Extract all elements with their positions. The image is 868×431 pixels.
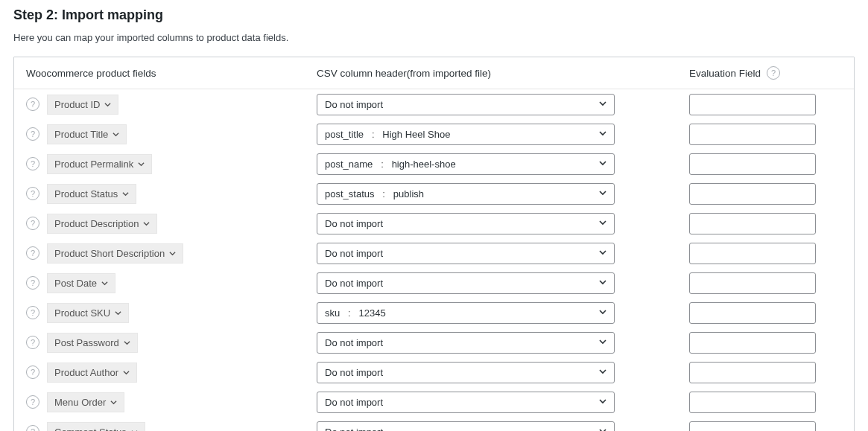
csv-cell: Do not import xyxy=(317,421,689,432)
csv-cell: Do not import xyxy=(317,362,689,383)
evaluation-input[interactable] xyxy=(689,124,816,145)
csv-select-value: Do not import xyxy=(317,362,615,383)
csv-select-value: Do not import xyxy=(317,272,615,294)
evaluation-input[interactable] xyxy=(689,153,816,175)
help-icon[interactable]: ? xyxy=(26,365,39,379)
csv-cell: post_name : high-heel-shoe xyxy=(317,153,689,175)
csv-select-value: post_name : high-heel-shoe xyxy=(317,153,615,175)
csv-column-select[interactable]: post_title : High Heel Shoe xyxy=(317,124,615,145)
field-cell: ?Menu Order xyxy=(26,392,317,412)
help-icon[interactable]: ? xyxy=(26,217,39,230)
help-icon[interactable]: ? xyxy=(26,127,39,141)
field-tag[interactable]: Product Description xyxy=(47,214,157,234)
field-label: Product Author xyxy=(54,367,118,378)
field-tag[interactable]: Product Status xyxy=(47,184,136,204)
csv-column-select[interactable]: Do not import xyxy=(317,421,615,432)
evaluation-input[interactable] xyxy=(689,272,816,294)
evaluation-input[interactable] xyxy=(689,392,816,413)
field-cell: ?Post Date xyxy=(26,273,317,293)
chevron-down-icon xyxy=(169,250,176,257)
csv-column-select[interactable]: sku : 12345 xyxy=(317,302,615,324)
csv-do-not-import: Do not import xyxy=(325,427,383,432)
field-tag[interactable]: Product Short Description xyxy=(47,243,183,264)
field-cell: ?Comment Status xyxy=(26,422,317,432)
help-icon[interactable]: ? xyxy=(26,306,39,319)
field-tag[interactable]: Comment Status xyxy=(47,422,145,432)
help-icon[interactable]: ? xyxy=(26,336,39,349)
csv-column-select[interactable]: Do not import xyxy=(317,362,615,383)
csv-select-value: Do not import xyxy=(317,213,615,234)
field-cell: ?Post Password xyxy=(26,333,317,353)
csv-do-not-import: Do not import xyxy=(325,99,383,110)
evaluation-input[interactable] xyxy=(689,362,816,383)
field-tag[interactable]: Product Author xyxy=(47,363,137,383)
csv-select-value: sku : 12345 xyxy=(317,302,615,324)
chevron-down-icon xyxy=(124,339,130,346)
field-label: Product ID xyxy=(54,99,100,110)
csv-column-key: sku xyxy=(325,307,340,319)
csv-select-value: Do not import xyxy=(317,94,615,115)
csv-column-value: publish xyxy=(393,188,424,199)
csv-cell: Do not import xyxy=(317,332,689,354)
csv-column-select[interactable]: Do not import xyxy=(317,392,615,413)
csv-column-select[interactable]: Do not import xyxy=(317,243,615,264)
csv-column-select[interactable]: post_status : publish xyxy=(317,183,615,205)
csv-select-value: post_title : High Heel Shoe xyxy=(317,124,615,145)
help-icon[interactable]: ? xyxy=(26,276,39,290)
chevron-down-icon xyxy=(101,280,108,287)
field-label: Post Date xyxy=(54,278,97,289)
csv-cell: sku : 12345 xyxy=(317,302,689,324)
table-row: ?Post DateDo not import xyxy=(14,268,854,298)
field-tag[interactable]: Product SKU xyxy=(47,303,129,323)
table-row: ?Comment StatusDo not import xyxy=(14,417,854,431)
csv-column-select[interactable]: Do not import xyxy=(317,213,615,234)
field-cell: ?Product Description xyxy=(26,214,317,234)
csv-do-not-import: Do not import xyxy=(325,337,383,348)
field-label: Product Permalink xyxy=(54,159,133,170)
chevron-down-icon xyxy=(115,310,121,316)
field-tag[interactable]: Post Date xyxy=(47,273,115,293)
eval-cell xyxy=(689,332,842,354)
csv-cell: Do not import xyxy=(317,94,689,115)
evaluation-input[interactable] xyxy=(689,332,816,354)
table-row: ?Product IDDo not import xyxy=(14,89,854,119)
field-label: Comment Status xyxy=(54,427,127,432)
help-icon[interactable]: ? xyxy=(26,157,39,170)
csv-separator: : xyxy=(364,129,382,140)
csv-column-select[interactable]: post_name : high-heel-shoe xyxy=(317,153,615,175)
eval-cell xyxy=(689,124,842,145)
csv-column-select[interactable]: Do not import xyxy=(317,332,615,354)
csv-column-key: post_title xyxy=(325,129,364,140)
field-tag[interactable]: Menu Order xyxy=(47,392,124,412)
field-tag[interactable]: Product Title xyxy=(47,124,127,144)
csv-select-value: post_status : publish xyxy=(317,183,615,205)
evaluation-input[interactable] xyxy=(689,302,816,324)
chevron-down-icon xyxy=(110,399,117,406)
field-tag[interactable]: Product ID xyxy=(47,95,118,115)
csv-separator: : xyxy=(340,307,358,319)
help-icon[interactable]: ? xyxy=(26,187,39,200)
help-icon[interactable]: ? xyxy=(26,246,39,260)
csv-column-select[interactable]: Do not import xyxy=(317,94,615,115)
help-icon[interactable]: ? xyxy=(767,66,780,80)
field-tag[interactable]: Post Password xyxy=(47,333,138,353)
csv-do-not-import: Do not import xyxy=(325,278,383,289)
field-cell: ?Product SKU xyxy=(26,303,317,323)
table-row: ?Product AuthorDo not import xyxy=(14,357,854,387)
field-label: Product Description xyxy=(54,218,139,229)
csv-cell: Do not import xyxy=(317,213,689,234)
help-icon[interactable]: ? xyxy=(26,395,39,409)
evaluation-input[interactable] xyxy=(689,213,816,234)
help-icon[interactable]: ? xyxy=(26,98,39,111)
table-row: ?Product DescriptionDo not import xyxy=(14,208,854,238)
evaluation-input[interactable] xyxy=(689,94,816,115)
csv-select-value: Do not import xyxy=(317,421,615,432)
help-icon[interactable]: ? xyxy=(26,425,39,431)
csv-cell: Do not import xyxy=(317,392,689,413)
evaluation-input[interactable] xyxy=(689,243,816,264)
field-tag[interactable]: Product Permalink xyxy=(47,154,152,174)
csv-select-value: Do not import xyxy=(317,243,615,264)
evaluation-input[interactable] xyxy=(689,183,816,205)
csv-column-select[interactable]: Do not import xyxy=(317,272,615,294)
evaluation-input[interactable] xyxy=(689,421,816,432)
